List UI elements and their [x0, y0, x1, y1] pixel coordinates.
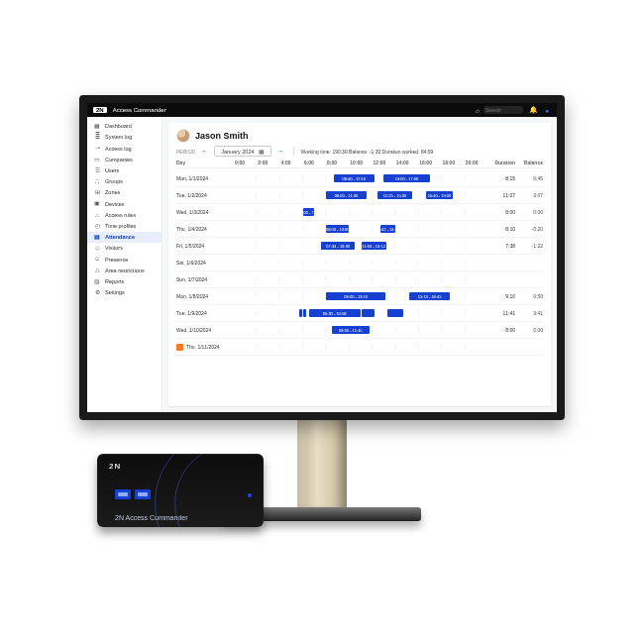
duration-cell: 8:15: [487, 175, 515, 181]
sidebar-item-label: Companies: [105, 157, 133, 163]
day-label: Tue, 1/9/2024: [176, 310, 207, 316]
sidebar-item-system-log[interactable]: ≣System log: [87, 132, 161, 143]
time-segment[interactable]: 08:40 - 12:10: [334, 174, 375, 182]
time-microsegment[interactable]: [299, 309, 302, 317]
balance-cell: 0:00: [515, 327, 543, 333]
brand-logo: 2N: [93, 107, 107, 113]
table-row[interactable]: Thu, 1/4/202408:00 - 10:0012:42 - 14:008…: [176, 221, 543, 238]
time-microsegment[interactable]: [303, 309, 306, 317]
timeline-cell[interactable]: [234, 274, 487, 284]
sidebar-item-access-log[interactable]: ⊸Access log: [87, 143, 161, 154]
col-day: Day: [176, 160, 234, 165]
person-header: Jason Smith: [176, 129, 543, 143]
bell-icon[interactable]: 🔔: [529, 106, 537, 114]
time-segment[interactable]: 06:30 - 10:58: [309, 309, 361, 317]
next-month-button[interactable]: →: [275, 148, 286, 155]
main-area: Jason Smith PERIOD ← January 2024 ▦ → Wo…: [162, 117, 557, 412]
app-title: Access Commander: [113, 107, 166, 113]
sidebar-item-time-profiles[interactable]: ◴Time profiles: [87, 221, 161, 232]
sidebar-item-groups[interactable]: ⛬Groups: [87, 176, 161, 187]
month-picker[interactable]: January 2024 ▦: [214, 146, 270, 157]
app-screen: 2N Access Commander ⌕ 🔔 ● ▦Dashboard≣Sys…: [87, 103, 557, 412]
person-name: Jason Smith: [195, 131, 249, 141]
sidebar-item-reports[interactable]: ▥Reports: [87, 276, 161, 287]
prev-month-button[interactable]: ←: [199, 148, 210, 155]
table-row[interactable]: Fri, 1/5/202407:34 - 10:3011:03 - 13:127…: [176, 238, 543, 255]
sidebar-item-settings[interactable]: ⚙Settings: [87, 287, 161, 298]
time-segment[interactable]: [362, 309, 375, 317]
search-input[interactable]: [483, 106, 523, 114]
time-segment[interactable]: 12:25 - 15:30: [377, 191, 413, 199]
sidebar-icon: ▦: [93, 123, 101, 130]
day-cell: Sun, 1/7/2024: [176, 276, 234, 282]
table-row[interactable]: Wed, 1/3/202406:00 - 7:008:000:00: [176, 204, 543, 221]
timeline-cell[interactable]: 07:34 - 10:3011:03 - 13:12: [234, 241, 487, 251]
time-segment[interactable]: 08:00 - 13:10: [326, 292, 385, 300]
table-row[interactable]: Thu, 1/11/2024: [176, 339, 543, 356]
sidebar-item-zones[interactable]: ⊞Zones: [87, 187, 161, 198]
sidebar-item-presence[interactable]: ☺Presence: [87, 254, 161, 265]
day-cell: Tue, 1/9/2024: [176, 310, 234, 316]
search-box[interactable]: ⌕: [474, 106, 523, 114]
table-row[interactable]: Wed, 1/10/202408:30 - 11:458:000:00: [176, 322, 543, 339]
day-label: Mon, 1/1/2024: [176, 175, 208, 181]
sidebar-item-dashboard[interactable]: ▦Dashboard: [87, 121, 161, 132]
timeline-cell[interactable]: 08:00 - 11:3012:25 - 15:3016:40 - 19:00: [234, 190, 487, 200]
sidebar-item-label: Access log: [105, 146, 132, 153]
time-segment[interactable]: 16:40 - 19:00: [426, 191, 453, 199]
duration-cell: 11:07: [487, 192, 515, 198]
search-icon: ⌕: [474, 106, 482, 114]
timeline-cell[interactable]: 08:00 - 10:0012:42 - 14:00: [234, 224, 487, 234]
table-row[interactable]: Sun, 1/7/2024: [176, 271, 543, 288]
time-segment[interactable]: [387, 309, 403, 317]
sidebar-item-attendance[interactable]: ▤Attendance: [87, 232, 161, 243]
timeline-cell[interactable]: 08:40 - 12:1013:00 - 17:00: [234, 173, 487, 183]
balance-cell: -1:22: [515, 243, 543, 249]
sidebar-icon: ◴: [93, 223, 101, 230]
hour-label: 14:00: [395, 160, 418, 165]
table-row[interactable]: Sat, 1/6/2024: [176, 255, 543, 271]
time-segment[interactable]: 08:30 - 11:45: [332, 326, 370, 334]
time-segment[interactable]: 12:42 - 14:00: [380, 225, 395, 233]
time-segment[interactable]: 08:00 - 11:30: [326, 191, 367, 199]
duration-cell: 9:10: [487, 293, 515, 299]
timeline-cell[interactable]: [234, 342, 487, 352]
user-icon[interactable]: ●: [543, 106, 551, 114]
day-cell: Mon, 1/8/2024: [176, 293, 234, 299]
day-cell: Fri, 1/5/2024: [176, 243, 234, 249]
sidebar-item-visitors[interactable]: ◇Visitors: [87, 243, 161, 254]
balance-cell: 3:07: [515, 192, 543, 198]
time-segment[interactable]: 08:00 - 10:00: [326, 225, 349, 233]
sidebar-item-label: Groups: [105, 178, 123, 185]
day-label: Thu, 1/11/2024: [186, 344, 220, 350]
sidebar-icon: ⊸: [93, 145, 101, 152]
sidebar-item-companies[interactable]: ▭Companies: [87, 155, 161, 165]
sidebar-item-label: Zones: [105, 189, 120, 196]
timeline-cell[interactable]: 06:30 - 10:58: [234, 308, 487, 318]
table-row[interactable]: Tue, 1/2/202408:00 - 11:3012:25 - 15:301…: [176, 187, 543, 204]
timeline-cell[interactable]: 08:30 - 11:45: [234, 325, 487, 335]
table-row[interactable]: Tue, 1/9/202406:30 - 10:5811:413:41: [176, 305, 543, 322]
time-segment[interactable]: 07:34 - 10:30: [321, 242, 355, 250]
sidebar-item-label: Attendance: [105, 234, 135, 241]
sidebar-item-area-restrictions[interactable]: △Area restrictions: [87, 265, 161, 275]
sidebar-item-users[interactable]: ☰Users: [87, 165, 161, 176]
sidebar-item-access-rules[interactable]: ⌂Access rules: [87, 210, 161, 221]
duration-cell: 11:41: [487, 310, 515, 316]
timeline-cell[interactable]: 08:00 - 13:1015:13 - 18:45: [234, 291, 487, 301]
divider: [293, 147, 294, 156]
time-segment[interactable]: 15:13 - 18:45: [409, 292, 450, 300]
calendar-icon: ▦: [259, 148, 265, 155]
sidebar-icon: ⊞: [93, 189, 101, 196]
time-segment[interactable]: 06:00 - 7:00: [303, 208, 315, 216]
device-label: 2N Access Commander: [115, 514, 188, 521]
timeline-cell[interactable]: [234, 258, 487, 268]
timeline-cell[interactable]: 06:00 - 7:00: [234, 207, 487, 217]
time-segment[interactable]: 13:00 - 17:00: [383, 174, 430, 182]
sidebar-item-label: Devices: [105, 201, 125, 208]
sidebar-item-devices[interactable]: ▣Devices: [87, 198, 161, 209]
table-row[interactable]: Mon, 1/8/202408:00 - 13:1015:13 - 18:459…: [176, 288, 543, 305]
time-segment[interactable]: 11:03 - 13:12: [362, 242, 386, 250]
table-row[interactable]: Mon, 1/1/202408:40 - 12:1013:00 - 17:008…: [176, 170, 543, 187]
sidebar-icon: ▤: [93, 234, 101, 241]
